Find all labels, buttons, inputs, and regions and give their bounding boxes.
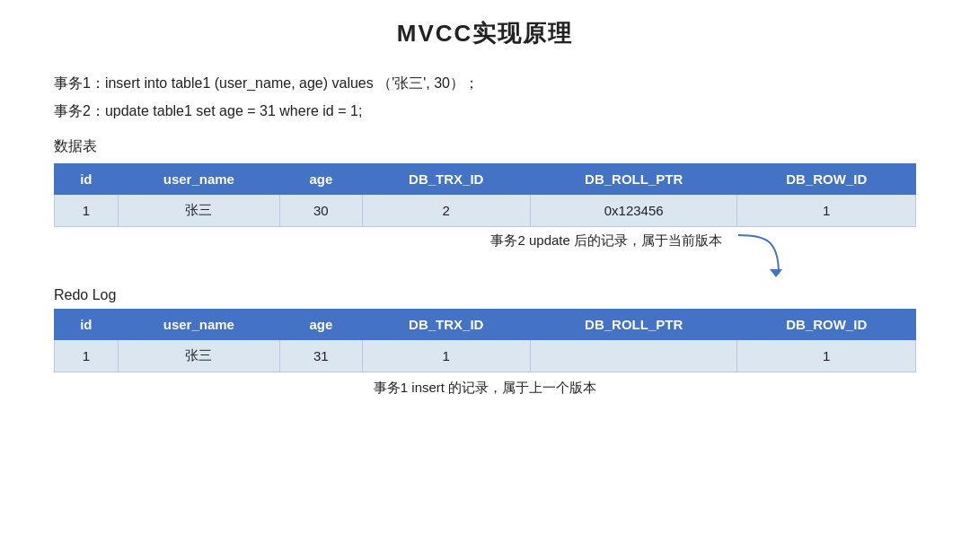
col2-header-user-name: user_name xyxy=(118,310,279,340)
cell2-user-name: 张三 xyxy=(118,340,279,372)
statement1: 事务1：insert into table1 (user_name, age) … xyxy=(54,74,916,93)
svg-marker-0 xyxy=(770,269,782,277)
table-row: 1 张三 30 2 0x123456 1 xyxy=(55,195,916,227)
annotation-bottom-text: 事务1 insert 的记录，属于上一个版本 xyxy=(54,380,916,397)
redo-log-table: id user_name age DB_TRX_ID DB_ROLL_PTR D… xyxy=(54,309,916,372)
cell2-id: 1 xyxy=(55,340,119,372)
cell-roll-ptr: 0x123456 xyxy=(530,195,736,227)
table-row: 1 张三 31 1 1 xyxy=(55,340,916,372)
col2-header-db-roll-ptr: DB_ROLL_PTR xyxy=(530,310,736,340)
data-table: id user_name age DB_TRX_ID DB_ROLL_PTR D… xyxy=(54,163,916,227)
col-header-db-trx-id: DB_TRX_ID xyxy=(362,164,530,195)
col-header-age: age xyxy=(280,164,362,195)
section-data-table-label: 数据表 xyxy=(54,137,916,156)
col-header-db-row-id: DB_ROW_ID xyxy=(737,164,916,195)
annotation-top-text: 事务2 update 后的记录，属于当前版本 xyxy=(490,232,722,249)
redo-log-label: Redo Log xyxy=(54,287,916,303)
cell-id: 1 xyxy=(55,195,119,227)
col-header-user-name: user_name xyxy=(118,164,279,195)
cell2-roll-ptr xyxy=(530,340,736,372)
cell2-age: 31 xyxy=(280,340,362,372)
cell-trx-id: 2 xyxy=(362,195,530,227)
col2-header-db-trx-id: DB_TRX_ID xyxy=(362,310,530,340)
arrow-icon xyxy=(729,231,783,280)
col-header-id: id xyxy=(55,164,119,195)
statement2: 事务2：update table1 set age = 31 where id … xyxy=(54,102,916,121)
col2-header-id: id xyxy=(55,310,119,340)
col2-header-db-row-id: DB_ROW_ID xyxy=(737,310,916,340)
col-header-db-roll-ptr: DB_ROLL_PTR xyxy=(530,164,736,195)
cell-age: 30 xyxy=(280,195,362,227)
col2-header-age: age xyxy=(280,310,362,340)
cell2-row-id: 1 xyxy=(737,340,916,372)
cell2-trx-id: 1 xyxy=(362,340,530,372)
cell-row-id: 1 xyxy=(737,195,916,227)
page-title: MVCC实现原理 xyxy=(54,18,916,49)
cell-user-name: 张三 xyxy=(118,195,279,227)
